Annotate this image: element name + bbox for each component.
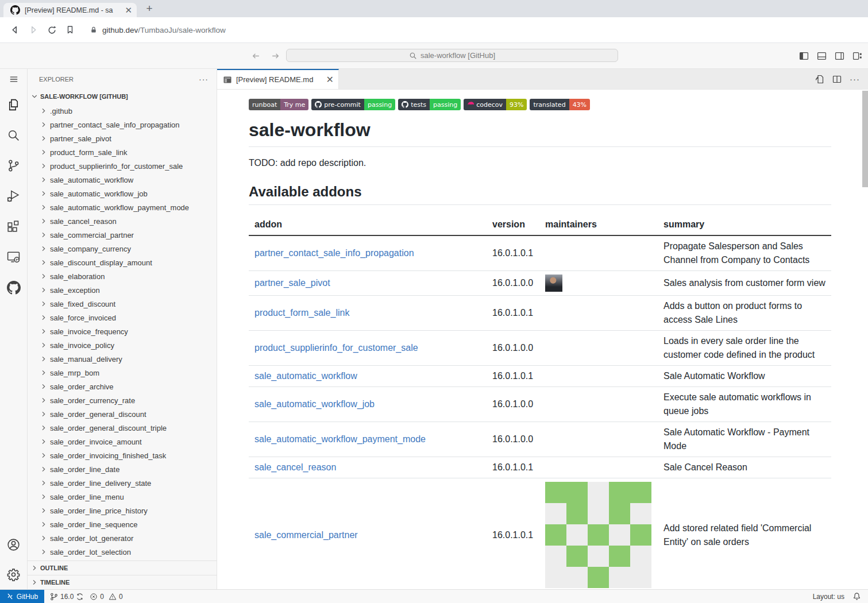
tree-item-sale_mrp_bom[interactable]: sale_mrp_bom [28, 366, 217, 380]
reload-icon[interactable] [43, 21, 61, 39]
addon-link[interactable]: sale_automatic_workflow [254, 371, 357, 381]
bookmark-icon[interactable] [61, 21, 79, 39]
extensions-icon[interactable] [0, 211, 28, 242]
outline-label: OUTLINE [40, 565, 68, 571]
tree-item-sale_automatic_workflow_job[interactable]: sale_automatic_workflow_job [28, 187, 217, 200]
tree-item-label: sale_automatic_workflow_job [50, 190, 148, 198]
badge-codecov[interactable]: codecov93% [464, 99, 527, 110]
tree-item-sale_commercial_partner[interactable]: sale_commercial_partner [28, 228, 217, 242]
forward-icon[interactable] [24, 21, 43, 39]
url-bar[interactable]: github.dev/TumbaoJu/sale-workflow [102, 26, 226, 34]
open-source-file-icon[interactable] [815, 75, 824, 84]
menu-icon[interactable] [9, 69, 19, 90]
notifications-bell-icon[interactable] [852, 592, 861, 601]
tree-item-sale_order_archive[interactable]: sale_order_archive [28, 380, 217, 393]
tree-item-sale_automatic_workflow_payment_mode[interactable]: sale_automatic_workflow_payment_mode [28, 200, 217, 214]
editor-tab-readme-preview[interactable]: [Preview] README.md ✕ [217, 69, 339, 89]
addon-link[interactable]: sale_cancel_reason [254, 462, 336, 472]
run-debug-icon[interactable] [0, 181, 28, 211]
addon-version: 16.0.1.0.0 [487, 422, 539, 457]
tree-item-sale_company_currency[interactable]: sale_company_currency [28, 242, 217, 256]
tree-item-sale_order_lot_selection[interactable]: sale_order_lot_selection [28, 545, 217, 559]
tree-item-sale_order_line_price_history[interactable]: sale_order_line_price_history [28, 504, 217, 517]
tree-item-sale_elaboration[interactable]: sale_elaboration [28, 269, 217, 283]
table-row: partner_sale_pivot16.0.1.0.0Sales analys… [249, 271, 831, 296]
addon-link[interactable]: partner_contact_sale_info_propagation [254, 248, 414, 258]
tree-item-partner_sale_pivot[interactable]: partner_sale_pivot [28, 132, 217, 145]
sidebar-more-actions[interactable]: ··· [199, 75, 209, 84]
history-back-icon[interactable] [251, 51, 261, 61]
error-count: 0 [100, 593, 104, 601]
editor-more-actions[interactable]: ··· [850, 74, 860, 84]
settings-gear-icon[interactable] [0, 559, 28, 589]
tree-item-sale_order_general_discount[interactable]: sale_order_general_discount [28, 407, 217, 421]
tree-item-sale_order_line_date[interactable]: sale_order_line_date [28, 462, 217, 476]
addon-link[interactable]: product_supplierinfo_for_customer_sale [254, 343, 418, 353]
editor-scrollbar[interactable] [862, 91, 868, 187]
account-icon[interactable] [0, 529, 28, 559]
editor-tab-close-icon[interactable]: ✕ [326, 75, 334, 84]
tree-item-product_supplierinfo_for_customer_sale[interactable]: product_supplierinfo_for_customer_sale [28, 159, 217, 173]
github-sidebar-icon[interactable] [0, 272, 28, 303]
toggle-secondary-sidebar-icon[interactable] [835, 51, 844, 61]
badge-translated[interactable]: translated43% [530, 99, 590, 110]
tree-item-sale_order_lot_generator[interactable]: sale_order_lot_generator [28, 531, 217, 545]
search-sidebar-icon[interactable] [0, 120, 28, 150]
tree-item-sale_order_invoicing_finished_task[interactable]: sale_order_invoicing_finished_task [28, 449, 217, 462]
addon-link[interactable]: product_form_sale_link [254, 308, 349, 318]
tree-item-sale_invoice_policy[interactable]: sale_invoice_policy [28, 338, 217, 352]
tree-item-sale_order_currency_rate[interactable]: sale_order_currency_rate [28, 393, 217, 407]
tree-item-sale_order_line_sequence[interactable]: sale_order_line_sequence [28, 517, 217, 531]
badge-tests[interactable]: testspassing [398, 99, 461, 110]
tree-item-sale_fixed_discount[interactable]: sale_fixed_discount [28, 297, 217, 311]
tree-item-sale_order_invoice_amount[interactable]: sale_order_invoice_amount [28, 435, 217, 449]
toggle-sidebar-icon[interactable] [799, 51, 809, 61]
addon-link[interactable]: partner_sale_pivot [254, 278, 330, 288]
history-forward-icon[interactable] [271, 51, 280, 61]
problems-indicator[interactable]: 0 0 [90, 593, 122, 601]
lock-icon[interactable] [90, 26, 98, 34]
addon-link[interactable]: sale_commercial_partner [254, 530, 358, 540]
chevron-right-icon [39, 465, 48, 474]
chevron-right-icon [39, 313, 48, 322]
maintainer-identicon[interactable] [545, 482, 651, 588]
chevron-right-icon [39, 175, 48, 184]
tree-item-sale_order_general_discount_triple[interactable]: sale_order_general_discount_triple [28, 421, 217, 435]
branch-indicator[interactable]: 16.0 [50, 593, 84, 601]
tree-item-sale_force_invoiced[interactable]: sale_force_invoiced [28, 311, 217, 324]
source-control-icon[interactable] [0, 150, 28, 181]
remote-badge[interactable]: GitHub [0, 590, 44, 603]
tree-item-product_form_sale_link[interactable]: product_form_sale_link [28, 145, 217, 159]
tree-item-sale_discount_display_amount[interactable]: sale_discount_display_amount [28, 256, 217, 269]
split-editor-icon[interactable] [832, 75, 842, 84]
browser-tab[interactable]: [Preview] README.md - sa ✕ [3, 3, 137, 17]
tree-item-sale_invoice_frequency[interactable]: sale_invoice_frequency [28, 324, 217, 338]
tree-item-sale_order_line_menu[interactable]: sale_order_line_menu [28, 490, 217, 504]
tree-root-folder[interactable]: SALE-WORKFLOW [GITHUB] [28, 89, 217, 104]
remote-explorer-icon[interactable] [0, 242, 28, 272]
tree-item-sale_cancel_reason[interactable]: sale_cancel_reason [28, 214, 217, 228]
layout-indicator[interactable]: Layout: us [813, 593, 844, 601]
toggle-panel-icon[interactable] [817, 51, 827, 61]
tree-item-sale_order_line_delivery_state[interactable]: sale_order_line_delivery_state [28, 476, 217, 490]
tree-item-.github[interactable]: .github [28, 104, 217, 118]
tree-item-sale_manual_delivery[interactable]: sale_manual_delivery [28, 352, 217, 366]
timeline-section[interactable]: TIMELINE [28, 575, 217, 589]
tree-item-sale_automatic_workflow[interactable]: sale_automatic_workflow [28, 173, 217, 187]
explorer-icon[interactable] [0, 90, 28, 120]
tree-item-partner_contact_sale_info_propagation[interactable]: partner_contact_sale_info_propagation [28, 118, 217, 132]
tree-item-label: sale_order_invoice_amount [50, 438, 142, 446]
maintainer-avatar[interactable] [545, 275, 562, 292]
new-tab-button[interactable]: + [142, 2, 156, 16]
addon-link[interactable]: sale_automatic_workflow_job [254, 399, 375, 409]
tab-close-icon[interactable]: ✕ [125, 6, 132, 14]
badge-pre-commit[interactable]: pre-commitpassing [311, 99, 395, 110]
badge-runboat[interactable]: runboatTry me [249, 99, 308, 110]
command-center-search[interactable]: sale-workflow [GitHub] [286, 49, 618, 62]
customize-layout-icon[interactable] [852, 51, 862, 61]
tree-item-sale_exception[interactable]: sale_exception [28, 283, 217, 297]
outline-section[interactable]: OUTLINE [28, 561, 217, 575]
addon-link[interactable]: sale_automatic_workflow_payment_mode [254, 434, 426, 444]
table-row: product_supplierinfo_for_customer_sale16… [249, 331, 831, 366]
back-icon[interactable] [6, 21, 24, 39]
